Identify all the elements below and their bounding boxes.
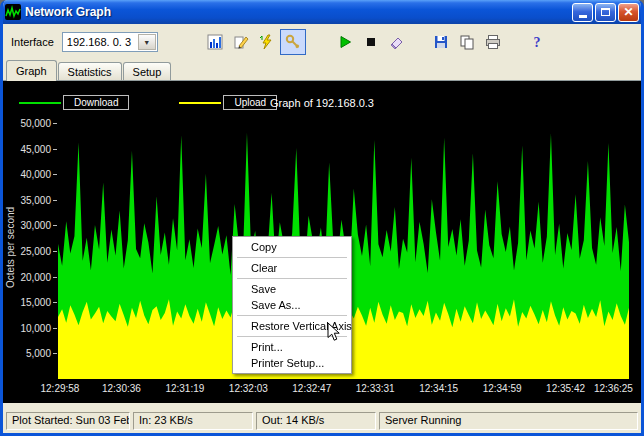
chart-title: Graph of 192.168.0.3 xyxy=(270,97,374,109)
tab-strip: Graph Statistics Setup xyxy=(3,60,641,81)
printer-icon xyxy=(485,34,501,50)
y-tick-label: 15,000 xyxy=(7,297,51,308)
stop-icon xyxy=(363,34,379,50)
interface-combo[interactable]: 192.168. 0. 3 ▼ xyxy=(62,32,158,52)
status-plot-started: Plot Started: Sun 03 Feb xyxy=(6,412,130,430)
save-button[interactable] xyxy=(428,29,454,55)
floppy-icon xyxy=(433,34,449,50)
x-tick-label: 12:34:15 xyxy=(419,383,458,394)
help-button[interactable]: ? xyxy=(524,29,550,55)
download-legend-label: Download xyxy=(63,95,129,110)
y-tick-mark xyxy=(53,174,57,175)
edit-button[interactable] xyxy=(228,29,254,55)
pencil-icon xyxy=(233,34,249,50)
context-menu-item[interactable]: Save As... xyxy=(235,297,349,313)
y-tick-label: 5,000 xyxy=(7,348,51,359)
upload-legend-line xyxy=(179,102,221,104)
maximize-button[interactable] xyxy=(595,3,616,22)
y-tick-mark xyxy=(53,302,57,303)
chevron-down-icon: ▼ xyxy=(143,39,150,46)
interface-combo-value: 192.168. 0. 3 xyxy=(67,36,131,48)
menu-separator xyxy=(237,278,347,279)
y-tick-mark xyxy=(53,225,57,226)
y-tick-label: 50,000 xyxy=(7,118,51,129)
tab-graph[interactable]: Graph xyxy=(6,60,57,81)
context-menu-item[interactable]: Clear xyxy=(235,260,349,276)
key-button[interactable] xyxy=(280,29,306,55)
chart-legend: Download Upload xyxy=(19,95,283,110)
context-menu-item[interactable]: Save xyxy=(235,281,349,297)
play-icon xyxy=(337,34,353,50)
erase-button[interactable] xyxy=(384,29,410,55)
start-button[interactable] xyxy=(332,29,358,55)
y-tick-mark xyxy=(53,123,57,124)
x-tick-label: 12:32:03 xyxy=(229,383,268,394)
y-tick-mark xyxy=(53,251,57,252)
histogram-button[interactable] xyxy=(202,29,228,55)
y-tick-mark xyxy=(53,149,57,150)
x-tick-label: 12:30:36 xyxy=(102,383,141,394)
download-legend-line xyxy=(19,102,61,104)
context-menu: CopyClearSaveSave As...Restore Vertical … xyxy=(232,236,352,374)
tab-graph-label: Graph xyxy=(16,65,47,77)
tab-statistics-label: Statistics xyxy=(68,66,112,78)
mouse-cursor-icon xyxy=(327,322,341,343)
x-tick-label: 12:36:25 xyxy=(594,383,633,394)
title-bar[interactable]: Network Graph ✕ xyxy=(0,0,644,24)
y-tick-label: 20,000 xyxy=(7,272,51,283)
y-tick-mark xyxy=(53,200,57,201)
x-tick-label: 12:29:58 xyxy=(40,383,79,394)
y-tick-label: 10,000 xyxy=(7,323,51,334)
maximize-icon xyxy=(601,8,610,16)
tab-setup-label: Setup xyxy=(133,66,162,78)
y-tick-mark xyxy=(53,277,57,278)
y-tick-label: 40,000 xyxy=(7,169,51,180)
svg-text:?: ? xyxy=(533,35,540,50)
toolbar: Interface 192.168. 0. 3 ▼ xyxy=(3,24,641,60)
window-title: Network Graph xyxy=(25,5,570,19)
eraser-icon xyxy=(389,34,405,50)
key-icon xyxy=(285,34,301,50)
status-server-state: Server Running xyxy=(379,412,638,430)
menu-separator xyxy=(237,257,347,258)
context-menu-item[interactable]: Copy xyxy=(235,239,349,255)
y-tick-label: 35,000 xyxy=(7,195,51,206)
x-tick-label: 12:31:19 xyxy=(165,383,204,394)
tab-setup[interactable]: Setup xyxy=(123,62,172,80)
app-window: Network Graph ✕ Interface 192.168. 0. 3 … xyxy=(0,0,644,436)
menu-separator xyxy=(237,315,347,316)
app-icon xyxy=(5,4,21,20)
y-tick-mark xyxy=(53,353,57,354)
close-icon: ✕ xyxy=(623,6,633,18)
lightning-button[interactable] xyxy=(254,29,280,55)
copy-icon xyxy=(459,34,475,50)
print-button[interactable] xyxy=(480,29,506,55)
y-tick-label: 45,000 xyxy=(7,144,51,155)
x-tick-label: 12:35:42 xyxy=(546,383,585,394)
status-in-rate: In: 23 KB/s xyxy=(133,412,253,430)
x-tick-label: 12:32:47 xyxy=(292,383,331,394)
y-tick-label: 25,000 xyxy=(7,246,51,257)
y-tick-mark xyxy=(53,328,57,329)
histogram-icon xyxy=(207,34,223,50)
status-out-rate: Out: 14 KB/s xyxy=(256,412,376,430)
stop-button[interactable] xyxy=(358,29,384,55)
x-tick-label: 12:33:31 xyxy=(356,383,395,394)
y-tick-label: 30,000 xyxy=(7,220,51,231)
combo-dropdown-button[interactable]: ▼ xyxy=(138,34,156,50)
tab-statistics[interactable]: Statistics xyxy=(58,62,122,80)
minimize-button[interactable] xyxy=(572,3,593,22)
close-button[interactable]: ✕ xyxy=(618,3,639,22)
context-menu-item[interactable]: Printer Setup... xyxy=(235,355,349,371)
help-icon: ? xyxy=(529,34,545,50)
interface-label: Interface xyxy=(11,36,54,48)
status-bar: Plot Started: Sun 03 Feb In: 23 KB/s Out… xyxy=(3,409,641,433)
x-tick-label: 12:34:59 xyxy=(483,383,522,394)
lightning-icon xyxy=(259,34,275,50)
copy-button[interactable] xyxy=(454,29,480,55)
minimize-icon xyxy=(579,15,587,18)
